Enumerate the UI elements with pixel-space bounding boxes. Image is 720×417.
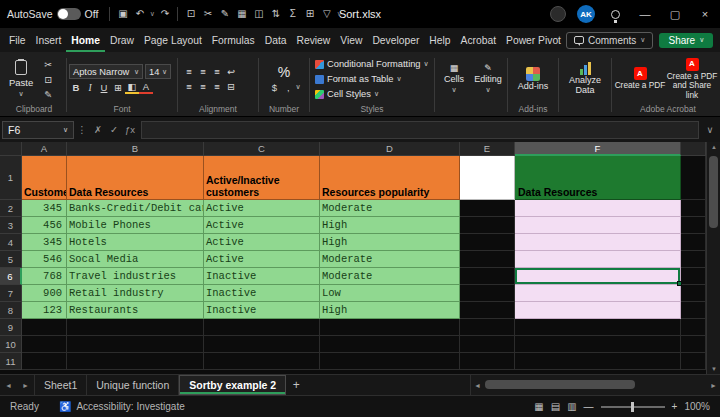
addins-button[interactable]: Add-ins <box>516 67 550 92</box>
share-button[interactable]: Share ∨ <box>659 33 713 48</box>
cut-icon[interactable]: ✂ <box>199 0 216 28</box>
insert-function-icon[interactable]: ƒx <box>122 124 138 135</box>
cell-D9[interactable] <box>320 319 460 336</box>
borders-button[interactable]: ⊞ <box>111 81 125 94</box>
cell-A1[interactable]: Customer_ <box>22 156 67 200</box>
column-header-E[interactable]: E <box>460 142 515 156</box>
save-icon[interactable]: ▣ <box>114 0 131 28</box>
row-header-2[interactable]: 2 <box>0 200 22 217</box>
undo-dropdown-icon[interactable]: ∨ <box>148 10 156 18</box>
horizontal-scroll-thumb[interactable] <box>485 380 635 389</box>
normal-view-icon[interactable]: ▦ <box>534 401 543 412</box>
row-header-5[interactable]: 5 <box>0 251 22 268</box>
cell-A7[interactable]: 900 <box>22 285 67 302</box>
sheet-nav-right-icon[interactable]: ► <box>17 375 34 395</box>
cancel-icon[interactable]: ✗ <box>90 124 106 135</box>
horizontal-scrollbar[interactable]: ◄ ► <box>470 375 720 395</box>
vertical-scrollbar[interactable]: ▲ ▼ <box>706 142 720 374</box>
row-header-10[interactable]: 10 <box>0 336 22 353</box>
format-as-table-button[interactable]: Format as Table ∨ <box>315 72 429 86</box>
zoom-level[interactable]: 100% <box>684 401 710 412</box>
redo-icon[interactable]: ↷ <box>156 0 173 28</box>
italic-button[interactable]: I <box>83 81 97 94</box>
cell-E10[interactable] <box>460 336 515 353</box>
new-sheet-icon[interactable]: + <box>286 375 306 395</box>
cell-D3[interactable]: High <box>320 217 460 234</box>
cell-D2[interactable]: Moderate <box>320 200 460 217</box>
close-button[interactable]: × <box>690 0 720 28</box>
cell-D1[interactable]: Resources popularity <box>320 156 460 200</box>
tab-formulas[interactable]: Formulas <box>207 28 260 52</box>
cell-E2[interactable] <box>460 200 515 217</box>
formula-input[interactable] <box>141 121 699 139</box>
undo-icon[interactable]: ↶ <box>131 0 148 28</box>
cell-F10[interactable] <box>515 336 681 353</box>
cell-A2[interactable]: 345 <box>22 200 67 217</box>
cell-B3[interactable]: Mobile Phones <box>67 217 204 234</box>
tab-help[interactable]: Help <box>424 28 455 52</box>
align-left-icon[interactable]: ≡ <box>182 80 196 93</box>
column-header-C[interactable]: C <box>204 142 320 156</box>
tab-power-pivot[interactable]: Power Pivot <box>501 28 566 52</box>
create-pdf-button[interactable]: A Create a PDF <box>614 67 666 90</box>
cell-D4[interactable]: High <box>320 234 460 251</box>
format-painter-icon[interactable]: ✎ <box>41 88 55 101</box>
borders-icon[interactable]: ⊞ <box>301 0 318 28</box>
cell-F6-selected[interactable] <box>515 268 681 285</box>
copy-icon[interactable]: ⊡ <box>182 0 199 28</box>
cell-A8[interactable]: 123 <box>22 302 67 319</box>
cell-B8[interactable]: Restaurants <box>67 302 204 319</box>
tab-file[interactable]: File <box>4 28 31 52</box>
sum-icon[interactable]: Σ <box>284 0 301 28</box>
account-avatar[interactable]: AK <box>577 5 595 23</box>
autosave-toggle[interactable] <box>57 8 81 20</box>
scroll-right-icon[interactable]: ► <box>710 382 717 389</box>
row-header-4[interactable]: 4 <box>0 234 22 251</box>
table-icon[interactable]: ▦ <box>233 0 250 28</box>
maximize-button[interactable]: ▢ <box>660 0 690 28</box>
sheet-nav-left-icon[interactable]: ◄ <box>0 375 17 395</box>
row-header-6[interactable]: 6 <box>0 268 22 285</box>
cell-E1[interactable] <box>460 156 515 200</box>
name-box[interactable]: F6 ∨ <box>2 121 74 139</box>
fill-color-button[interactable]: ◧ <box>125 81 139 94</box>
tab-page-layout[interactable]: Page Layout <box>139 28 207 52</box>
cell-F3[interactable] <box>515 217 681 234</box>
row-header-9[interactable]: 9 <box>0 319 22 336</box>
comments-button[interactable]: Comments ∨ <box>566 32 653 49</box>
cell-B9[interactable] <box>67 319 204 336</box>
cell-B6[interactable]: Travel industries <box>67 268 204 285</box>
conditional-formatting-button[interactable]: Conditional Formatting ∨ <box>315 57 429 71</box>
cell-A10[interactable] <box>22 336 67 353</box>
search-icon[interactable] <box>550 6 566 22</box>
cell-C6[interactable]: Inactive <box>204 268 320 285</box>
cell-D6[interactable]: Moderate <box>320 268 460 285</box>
cell-D10[interactable] <box>320 336 460 353</box>
cell-A6[interactable]: 768 <box>22 268 67 285</box>
cell-B5[interactable]: Socal Media <box>67 251 204 268</box>
create-pdf-share-button[interactable]: A Create a PDF and Share link <box>666 58 718 99</box>
cell-C3[interactable]: Active <box>204 217 320 234</box>
tab-home[interactable]: Home <box>66 28 105 52</box>
chart-icon[interactable]: ◫ <box>250 0 267 28</box>
cell-B2[interactable]: Banks-Credit/Debit car <box>67 200 204 217</box>
paste-button[interactable]: Paste ∨ <box>4 59 38 99</box>
cell-D8[interactable]: High <box>320 302 460 319</box>
currency-format-icon[interactable]: $ <box>267 81 281 94</box>
cell-C1[interactable]: Active/Inactive customers <box>204 156 320 200</box>
filter-icon[interactable]: ▽ <box>318 0 335 28</box>
tab-review[interactable]: Review <box>292 28 336 52</box>
cell-C10[interactable] <box>204 336 320 353</box>
tab-view[interactable]: View <box>335 28 367 52</box>
row-header-1[interactable]: 1 <box>0 156 22 200</box>
cell-D7[interactable]: Low <box>320 285 460 302</box>
column-header-F[interactable]: F <box>515 142 681 156</box>
cell-B4[interactable]: Hotels <box>67 234 204 251</box>
cell-A11[interactable] <box>22 353 67 370</box>
cell-C5[interactable]: Active <box>204 251 320 268</box>
font-name-select[interactable]: Aptos Narrow ∨ <box>69 64 143 79</box>
sort-icon[interactable]: ⇅ <box>267 0 284 28</box>
zoom-in-icon[interactable]: + <box>672 401 678 412</box>
cell-E4[interactable] <box>460 234 515 251</box>
row-header-8[interactable]: 8 <box>0 302 22 319</box>
